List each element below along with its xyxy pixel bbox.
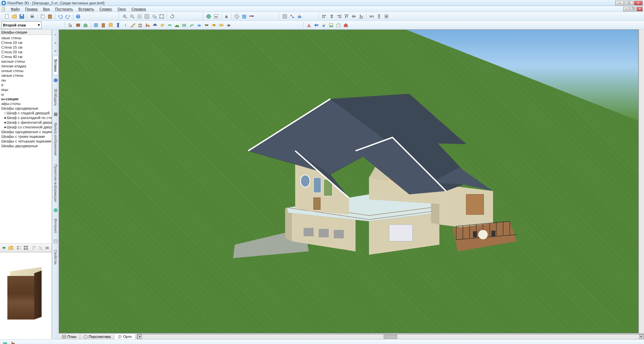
menu-help[interactable]: Справка: [129, 6, 149, 12]
save-file-button[interactable]: [18, 13, 25, 20]
3d-viewport[interactable]: [59, 30, 639, 333]
status-icon-2[interactable]: [10, 340, 16, 344]
menu-edit[interactable]: Правка: [22, 6, 40, 12]
vtab-insert[interactable]: Вставка: [53, 56, 58, 75]
pool-tool-button[interactable]: [196, 22, 203, 28]
tree-item[interactable]: Стена 40 см: [0, 54, 52, 59]
render-button[interactable]: [328, 22, 334, 28]
tree-item[interactable]: овные стены: [0, 73, 52, 78]
doc-restore-button[interactable]: ❐: [630, 7, 636, 11]
doc-minimize-button[interactable]: —: [623, 7, 629, 11]
materials-button[interactable]: [248, 13, 255, 20]
snap-button[interactable]: [289, 13, 296, 20]
horizontal-scrollbar[interactable]: ◂ ▸: [137, 334, 644, 339]
doc-close-button[interactable]: ✕: [637, 7, 643, 11]
symbol-tool-button[interactable]: [225, 22, 232, 28]
snap-options-button[interactable]: [296, 13, 303, 20]
export-button[interactable]: [335, 22, 342, 28]
ceiling-tool-button[interactable]: [166, 22, 173, 28]
plant-tool-button[interactable]: [211, 22, 217, 28]
copy-button[interactable]: [39, 13, 46, 20]
distribute-h-button[interactable]: [368, 13, 375, 20]
tree-item[interactable]: афы-столы: [0, 101, 52, 106]
align-bottom-button[interactable]: [358, 13, 365, 20]
menu-window[interactable]: Окно: [115, 6, 129, 12]
dimension-button[interactable]: [233, 13, 240, 20]
vtab-3d-model[interactable]: 3D-Модель: [53, 85, 58, 110]
align-center-v-button[interactable]: [351, 13, 357, 20]
vtab-internet[interactable]: Интернет: [53, 215, 58, 237]
tree-item[interactable]: Стена 10 см: [0, 40, 52, 45]
deck-tool-button[interactable]: [203, 22, 210, 28]
text-button[interactable]: A: [223, 13, 230, 20]
sun-button[interactable]: [320, 22, 327, 28]
select-tool-button[interactable]: [67, 22, 74, 28]
fence-tool-button[interactable]: [181, 22, 188, 28]
align-right-button[interactable]: [336, 13, 342, 20]
stairs-tool-button[interactable]: [129, 22, 136, 28]
roof-tool-button[interactable]: [152, 22, 158, 28]
tree-item[interactable]: ○Шкаф с гладкой дверцей: [0, 111, 52, 115]
tree-item[interactable]: ●Шкаф с раскладкой по стеклу: [0, 115, 52, 120]
align-top-button[interactable]: [343, 13, 350, 20]
insert-button[interactable]: [1, 244, 7, 251]
new-file-button[interactable]: [4, 13, 10, 20]
window-tool-button[interactable]: [93, 22, 99, 28]
filter-button[interactable]: [38, 244, 44, 251]
tree-item[interactable]: и: [0, 82, 52, 87]
tree-list[interactable]: овые стеныСтена 10 смСтена 15 смСтена 20…: [0, 35, 52, 243]
door-tool-button[interactable]: [100, 22, 107, 28]
floor-selector[interactable]: Второй этаж ▾: [1, 21, 42, 29]
vtab-close-icon[interactable]: ×: [53, 32, 58, 38]
size-match-button[interactable]: [383, 13, 390, 20]
terrain-tool-button[interactable]: [174, 22, 180, 28]
tree-item[interactable]: Стена 15 см: [0, 45, 52, 50]
tree-item[interactable]: ●Шкаф со стеклянной дверцей: [0, 125, 52, 129]
tree-item[interactable]: Шкафы с четырьмя ящиками: [0, 139, 52, 144]
zoom-out-button[interactable]: [129, 13, 136, 20]
window-maximize-button[interactable]: ☐: [625, 1, 633, 5]
filter-tab-icon[interactable]: [53, 112, 58, 117]
groups-button[interactable]: [45, 244, 51, 251]
settings-button[interactable]: [342, 22, 349, 28]
tree-item[interactable]: ы: [0, 92, 52, 97]
furniture-tool-button[interactable]: [144, 22, 151, 28]
undo-button[interactable]: [57, 13, 64, 20]
icon-view-button[interactable]: [23, 244, 29, 251]
beam-tool-button[interactable]: I: [122, 22, 129, 28]
railing-tool-button[interactable]: [137, 22, 144, 28]
properties-tab-icon[interactable]: [53, 239, 58, 244]
redo-button[interactable]: [64, 13, 71, 20]
menu-view[interactable]: Вид: [40, 6, 52, 12]
vertical-scrollbar[interactable]: [639, 30, 644, 333]
internet-tab-icon[interactable]: [53, 208, 58, 213]
view-tab-plan[interactable]: План: [59, 334, 80, 339]
grid-button[interactable]: [281, 13, 288, 20]
scroll-left-button[interactable]: ◂: [137, 334, 142, 339]
tree-item[interactable]: ы-секции: [0, 97, 52, 101]
slab-tool-button[interactable]: [159, 22, 166, 28]
menu-service[interactable]: Сервис: [97, 6, 115, 12]
window-close-button[interactable]: ✕: [634, 1, 643, 5]
menu-build[interactable]: Построить: [52, 6, 76, 12]
tree-item[interactable]: Шкафы однодверные с ящиком: [0, 129, 52, 134]
zoom-all-button[interactable]: [158, 13, 165, 20]
paste-button[interactable]: [47, 13, 53, 20]
view-tab-ortho[interactable]: Орто: [114, 334, 135, 339]
tree-item[interactable]: онные стены: [0, 68, 52, 73]
path-tool-button[interactable]: [189, 22, 195, 28]
sort-button[interactable]: [31, 244, 37, 251]
opening-tool-button[interactable]: [107, 22, 114, 28]
help-button[interactable]: ?: [75, 13, 82, 20]
tree-item[interactable]: ●Шкаф с филенчатой дверцей: [0, 120, 52, 125]
model-icon[interactable]: [53, 77, 58, 83]
scroll-right-button[interactable]: ▸: [639, 334, 644, 339]
layer-button[interactable]: [241, 13, 248, 20]
print-preview-button[interactable]: [213, 13, 219, 20]
zoom-fit-button[interactable]: [144, 13, 150, 20]
distribute-v-button[interactable]: [376, 13, 382, 20]
menu-file[interactable]: Файл: [8, 6, 22, 12]
tree-item[interactable]: пичная кладка: [0, 64, 52, 68]
tree-item[interactable]: ицы: [0, 87, 52, 92]
print-button[interactable]: [29, 13, 36, 20]
